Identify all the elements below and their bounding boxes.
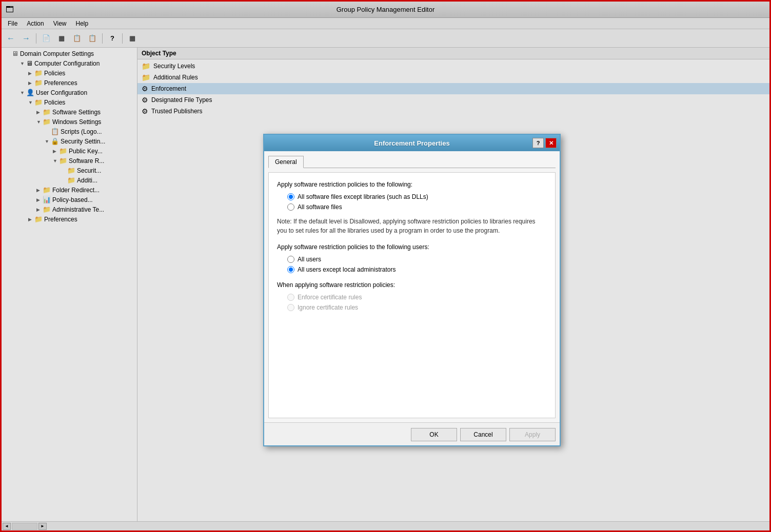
dialog-body: General Apply software restriction polic… [264, 151, 560, 422]
radio-group-3: Enforce certificate rules Ignore certifi… [287, 294, 547, 311]
radio-ignore-cert[interactable] [287, 304, 294, 311]
dialog-controls: ? ✕ [532, 138, 557, 148]
radio-all-except-libraries[interactable] [287, 193, 294, 200]
radio-label-1-1: All software files except libraries (suc… [298, 193, 428, 200]
dialog-help-button[interactable]: ? [532, 138, 544, 148]
radio-row-3-2: Ignore certificate rules [287, 304, 547, 311]
radio-label-2-1: All users [298, 256, 321, 263]
dialog-footer: OK Cancel Apply [264, 422, 560, 445]
radio-label-1-2: All software files [298, 203, 342, 211]
dialog-title: Enforcement Properties [374, 139, 449, 147]
apply-button[interactable]: Apply [509, 428, 556, 441]
tab-general[interactable]: General [268, 156, 304, 168]
radio-group-1: All software files except libraries (suc… [287, 193, 547, 211]
modal-overlay: Enforcement Properties ? ✕ General Apply… [2, 2, 769, 530]
radio-all-files[interactable] [287, 203, 294, 211]
radio-row-2-1: All users [287, 256, 547, 263]
dialog-titlebar: Enforcement Properties ? ✕ [264, 135, 560, 151]
radio-all-users-except-local-admin[interactable] [287, 266, 294, 273]
cancel-button[interactable]: Cancel [460, 428, 506, 441]
radio-row-1-1: All software files except libraries (suc… [287, 193, 547, 200]
ok-button[interactable]: OK [411, 428, 457, 441]
radio-row-2-2: All users except local administrators [287, 266, 547, 273]
radio-label-3-1: Enforce certificate rules [298, 294, 362, 301]
dialog-content: Apply software restriction policies to t… [268, 172, 556, 418]
section1-label: Apply software restriction policies to t… [277, 181, 547, 188]
radio-label-2-2: All users except local administrators [298, 266, 396, 273]
radio-label-3-2: Ignore certificate rules [298, 304, 358, 311]
note-text: Note: If the default level is Disallowed… [277, 217, 547, 235]
radio-group-2: All users All users except local adminis… [287, 256, 547, 273]
radio-row-1-2: All software files [287, 203, 547, 211]
section3-label: When applying software restriction polic… [277, 281, 547, 289]
radio-all-users[interactable] [287, 256, 294, 263]
radio-row-3-1: Enforce certificate rules [287, 294, 547, 301]
tab-bar: General [268, 155, 556, 168]
enforcement-properties-dialog: Enforcement Properties ? ✕ General Apply… [263, 134, 561, 446]
dialog-close-button[interactable]: ✕ [545, 138, 557, 148]
radio-enforce-cert[interactable] [287, 294, 294, 301]
section2-label: Apply software restriction policies to t… [277, 243, 547, 251]
